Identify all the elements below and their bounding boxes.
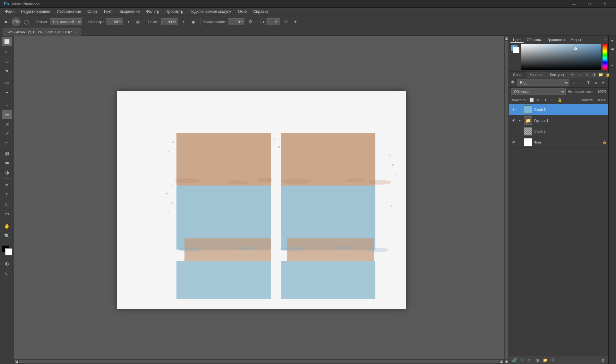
brush-options-icon[interactable]: ■ (2, 18, 10, 26)
shape-tool[interactable]: ▭ (2, 209, 12, 218)
maximize-button[interactable]: □ (582, 0, 597, 8)
opacity-value[interactable]: 100% (595, 90, 606, 94)
background-swatch[interactable] (513, 47, 519, 53)
stylus-icon[interactable]: ◆ (190, 18, 197, 26)
lock-icon[interactable]: 🔒 (605, 71, 611, 78)
horizontal-scrollbar[interactable]: ◄ ► (14, 359, 504, 364)
filter-shape-icon[interactable]: ▱ (593, 79, 599, 86)
menu-text[interactable]: Текст (101, 9, 116, 14)
menu-filter[interactable]: Фильтр (144, 9, 162, 14)
flow-input[interactable] (161, 18, 178, 25)
visibility-icon-layer1[interactable]: 👁 (511, 129, 516, 134)
pen-tool[interactable]: ✒ (2, 180, 12, 189)
brush-preview-icon[interactable]: 2792 (12, 17, 21, 26)
panel-icon-adjust[interactable]: ◕ (609, 46, 616, 52)
brush-tool[interactable]: ✏ (2, 110, 12, 119)
new-group-btn[interactable]: 📁 (542, 357, 548, 363)
visibility-icon-bg[interactable]: 👁 (511, 140, 516, 145)
adjust-icon[interactable]: ◑ (591, 71, 597, 78)
close-button[interactable]: ✕ (597, 0, 612, 8)
screen-mode-tool[interactable]: □ (2, 269, 12, 277)
fx-icon[interactable]: fx (584, 71, 590, 78)
angle-input[interactable] (267, 18, 280, 25)
zoom-tool[interactable]: 🔍 (2, 231, 12, 240)
eyedropper-tool[interactable]: ✦ (2, 88, 12, 97)
text-tool[interactable]: T (2, 190, 12, 199)
selection-tool[interactable]: □ (2, 47, 12, 56)
brush-settings-icon[interactable]: ◯ (22, 18, 30, 26)
tab-close-button[interactable]: ✕ (74, 30, 77, 34)
flow-dropdown-icon[interactable]: ▼ (180, 18, 188, 26)
tab-patterns[interactable]: Узоры (568, 37, 583, 43)
fill-value[interactable]: 100% (595, 98, 606, 102)
layer-blend-select[interactable]: Обычные (511, 88, 566, 95)
menu-view[interactable]: Просмотр (163, 9, 186, 14)
filter-adj-icon[interactable]: □ (578, 79, 584, 86)
airbrush-icon[interactable]: ◎ (134, 18, 142, 26)
menu-image[interactable]: Изображение (54, 9, 84, 14)
layer-mask-icon[interactable]: □ (577, 71, 583, 78)
blur-tool[interactable]: ⬬ (2, 158, 12, 167)
lock-position-btn[interactable]: ✚ (543, 97, 549, 103)
layer-item-background[interactable]: 👁 Фон 🔒 (509, 137, 608, 148)
tab-paths[interactable]: Контуры (546, 71, 568, 78)
vertical-scrollbar[interactable]: ▲ ▼ (504, 36, 509, 364)
menu-help[interactable]: Справка (251, 9, 271, 14)
menu-window[interactable]: Окно (235, 9, 249, 14)
visibility-icon-group1[interactable]: 👁 (511, 118, 516, 123)
new-layer-btn[interactable]: ➕ (550, 357, 556, 363)
blend-mode-select[interactable]: Нормальный (50, 18, 82, 25)
healing-tool[interactable]: + (2, 101, 12, 110)
color-spectrum[interactable] (603, 44, 607, 70)
panel-icon-brush[interactable]: ☰ (609, 54, 616, 60)
tab-color[interactable]: Цвет (510, 37, 524, 43)
angle-wheel[interactable]: ▲ (260, 19, 267, 25)
path-select-tool[interactable]: ▷ (2, 200, 12, 209)
layer-item-layer3[interactable]: 👁 Слой 3 (509, 104, 608, 115)
background-color[interactable] (5, 248, 12, 255)
add-mask-btn[interactable]: □ (526, 357, 533, 363)
link-layers-btn[interactable]: 🔗 (511, 357, 518, 363)
tab-channels[interactable]: Каналы (526, 71, 546, 78)
lock-all-btn[interactable]: 🔒 (557, 97, 563, 103)
folder-icon[interactable]: 📁 (598, 71, 604, 78)
menu-layers[interactable]: Слои (85, 9, 99, 14)
symmetry-icon[interactable]: ♾ (282, 18, 290, 26)
menu-edit[interactable]: Редактирование (19, 9, 53, 14)
history-brush-tool[interactable]: ↺ (2, 129, 12, 138)
filter-type-icon[interactable]: ○ (570, 79, 577, 86)
menu-plugins[interactable]: Подключаемые модули (187, 9, 234, 14)
minimize-button[interactable]: — (567, 0, 581, 8)
lasso-tool[interactable]: ⊙ (2, 56, 12, 65)
new-layer-icon[interactable]: ➕ (569, 71, 576, 78)
tab-gradients[interactable]: Градиенты (545, 37, 568, 43)
tab-layers[interactable]: Слои (509, 71, 526, 78)
panel-icon-mini[interactable]: ≡ (609, 62, 616, 69)
document-tab[interactable]: Без имени-1 @ 16,7% (Слой 3, RGB/8) * ✕ (3, 28, 81, 36)
lock-pixels-btn[interactable]: ✏ (536, 97, 542, 103)
expand-icon-group1[interactable]: ► (518, 119, 522, 122)
menu-file[interactable]: Файл (3, 9, 17, 14)
filter-text-icon[interactable]: T (585, 79, 592, 86)
tab-swatches[interactable]: Образцы (524, 37, 544, 43)
move-tool[interactable]: ⬜ (2, 37, 12, 46)
quick-select-tool[interactable]: ★ (2, 66, 12, 75)
lock-artboard-btn[interactable]: ▭ (550, 97, 556, 103)
menu-select[interactable]: Выделение (117, 9, 142, 14)
visibility-icon-layer3[interactable]: 👁 (511, 107, 516, 112)
pressure-icon[interactable]: ✦ (292, 18, 299, 26)
clone-tool[interactable]: ⎘ (2, 120, 12, 129)
quick-mask-tool[interactable]: ◐ (2, 259, 12, 268)
opacity-input[interactable] (106, 18, 123, 25)
eraser-tool[interactable]: □ (2, 139, 12, 148)
gradient-tool[interactable]: ▦ (2, 149, 12, 158)
color-field[interactable] (521, 44, 601, 70)
filter-select[interactable]: Вид (517, 79, 569, 86)
lock-transparent-btn[interactable]: ⬜ (529, 97, 535, 103)
smooth-settings-icon[interactable]: ⚙ (246, 18, 254, 26)
delete-layer-btn[interactable]: 🗑 (600, 357, 606, 363)
opacity-dropdown-icon[interactable]: ▼ (124, 18, 132, 26)
add-adjust-btn[interactable]: ◑ (534, 357, 541, 363)
hand-tool[interactable]: ✋ (2, 222, 12, 231)
panel-menu-icon[interactable]: ☰ (604, 37, 607, 43)
